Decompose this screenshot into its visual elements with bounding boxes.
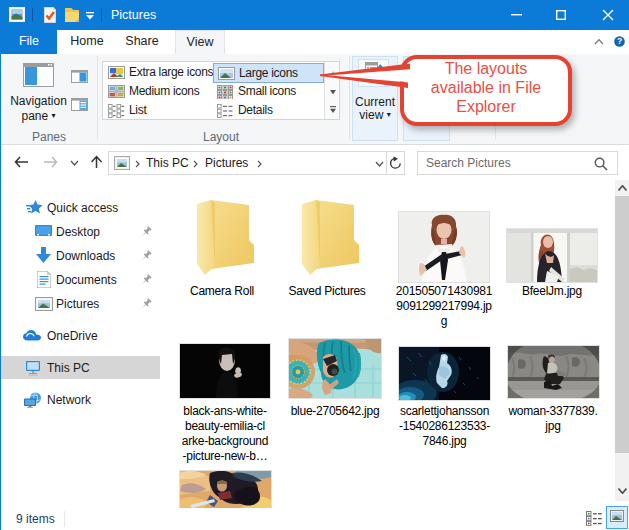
svg-text:?: ? [617, 36, 622, 46]
